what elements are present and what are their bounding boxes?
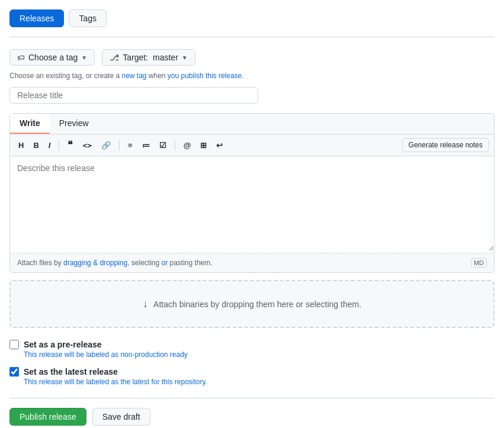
target-dropdown[interactable]: Target: master ▼ <box>102 49 195 66</box>
target-arrow: ▼ <box>182 54 188 61</box>
toolbar-link[interactable]: 🔗 <box>98 139 114 152</box>
action-row: Publish release Save draft <box>9 408 495 426</box>
new-tag-link[interactable]: new tag <box>121 72 146 80</box>
tab-tags[interactable]: Tags <box>69 9 107 27</box>
toolbar-reply[interactable]: ↩ <box>213 139 226 152</box>
generate-notes-button[interactable]: Generate release notes <box>402 138 489 152</box>
down-arrow-icon: ↓ <box>143 298 148 310</box>
tag-icon <box>17 53 25 62</box>
options-section: Set as a pre-release This release will b… <box>9 340 495 386</box>
toolbar-ul[interactable]: ≡ <box>124 139 136 152</box>
tag-hint: Choose an existing tag, or create a new … <box>9 72 495 80</box>
toolbar-bold[interactable]: B <box>30 139 42 152</box>
binaries-dropzone[interactable]: ↓ Attach binaries by dropping them here … <box>9 280 495 328</box>
choose-tag-dropdown[interactable]: Choose a tag ▼ <box>9 49 95 66</box>
tab-preview[interactable]: Preview <box>50 114 98 134</box>
toolbar-mention[interactable]: @ <box>180 139 195 152</box>
toolbar-code[interactable]: <> <box>79 139 95 152</box>
editor-container: Write Preview H B I ❝ <> 🔗 ≡ ≔ ☑ @ ⊞ ↩ G… <box>9 113 495 273</box>
attach-text: Attach files by dragging & dropping, sel… <box>17 259 213 267</box>
toolbar-divider-3 <box>175 140 175 150</box>
markdown-icon: MD <box>471 258 487 268</box>
prerelease-desc: This release will be labeled as non-prod… <box>24 350 495 359</box>
target-label: Target: <box>123 53 148 62</box>
editor-tabs: Write Preview <box>10 114 494 134</box>
latest-checkbox[interactable] <box>9 367 19 376</box>
controls-row: Choose a tag ▼ Target: master ▼ <box>9 49 495 66</box>
latest-desc: This release will be labeled as the late… <box>24 378 495 386</box>
choose-tag-label: Choose a tag <box>28 53 78 62</box>
toolbar-task[interactable]: ☑ <box>156 139 170 152</box>
editor-toolbar: H B I ❝ <> 🔗 ≡ ≔ ☑ @ ⊞ ↩ Generate releas… <box>10 134 494 156</box>
branch-icon <box>110 53 119 62</box>
publish-link[interactable]: you publish this release <box>168 72 242 80</box>
toolbar-italic[interactable]: I <box>45 139 54 152</box>
prerelease-label-text: Set as a pre-release <box>24 340 102 349</box>
latest-label[interactable]: Set as the latest release <box>9 367 495 376</box>
choose-tag-arrow: ▼ <box>81 54 87 61</box>
bottom-divider <box>9 398 495 398</box>
toolbar-divider-2 <box>119 140 120 150</box>
toolbar-heading[interactable]: H <box>15 139 27 152</box>
tab-bar: Releases Tags <box>9 9 495 27</box>
tab-releases[interactable]: Releases <box>9 9 64 27</box>
save-draft-button[interactable]: Save draft <box>92 408 150 426</box>
top-divider <box>9 37 495 37</box>
publish-release-button[interactable]: Publish release <box>9 408 86 426</box>
latest-label-text: Set as the latest release <box>24 367 118 376</box>
toolbar-ol[interactable]: ≔ <box>139 139 153 152</box>
release-title-input[interactable] <box>9 87 258 104</box>
toolbar-quote[interactable]: ❝ <box>64 138 76 152</box>
release-description-textarea[interactable] <box>10 156 494 251</box>
prerelease-option: Set as a pre-release This release will b… <box>9 340 495 359</box>
attach-bar: Attach files by dragging & dropping, sel… <box>10 253 494 272</box>
toolbar-divider-1 <box>59 140 59 150</box>
toolbar-cross-ref[interactable]: ⊞ <box>197 139 210 152</box>
tab-write[interactable]: Write <box>10 114 50 134</box>
prerelease-label[interactable]: Set as a pre-release <box>9 340 495 349</box>
target-value: master <box>153 53 178 62</box>
prerelease-checkbox[interactable] <box>9 340 19 349</box>
latest-option: Set as the latest release This release w… <box>9 367 495 386</box>
selecting-link[interactable]: or <box>162 259 168 267</box>
drag-drop-link[interactable]: dragging & dropping <box>63 259 127 267</box>
binaries-text: Attach binaries by dropping them here or… <box>153 300 361 309</box>
